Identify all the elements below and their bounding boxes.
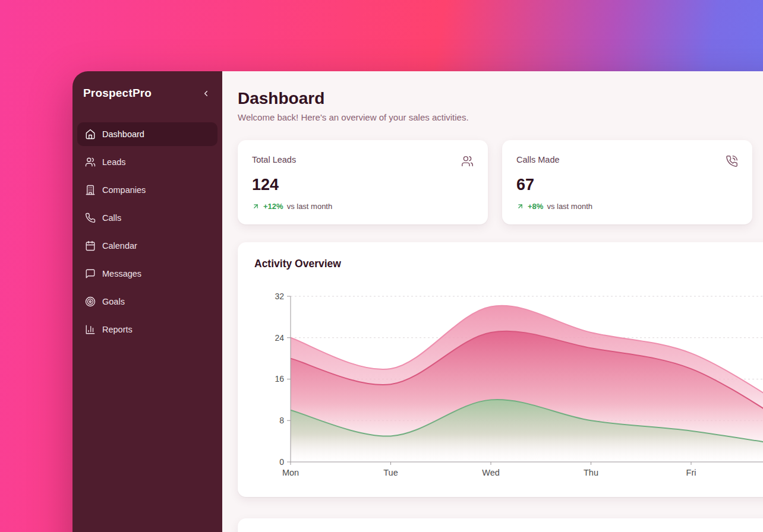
sidebar: ProspectPro DashboardLeadsCompaniesCalls… [72, 71, 222, 532]
activity-overview-card: Activity Overview 08162432MonTueWedThuFr… [238, 242, 763, 497]
page-title: Dashboard [238, 89, 763, 108]
sidebar-collapse-button[interactable] [200, 88, 212, 99]
app-window: ProspectPro DashboardLeadsCompaniesCalls… [72, 71, 763, 532]
x-tick-label: Fri [686, 468, 696, 477]
stat-card-total-leads: Total Leads124+12%vs last month [238, 140, 488, 224]
y-tick-label: 16 [275, 375, 284, 384]
trend-suffix: vs last month [547, 202, 592, 211]
stats-row: Total Leads124+12%vs last monthCalls Mad… [238, 140, 763, 224]
sidebar-item-calendar[interactable]: Calendar [77, 234, 217, 258]
chart-title: Activity Overview [254, 258, 763, 270]
sidebar-item-calls[interactable]: Calls [77, 206, 217, 230]
sidebar-item-companies[interactable]: Companies [77, 178, 217, 202]
target-icon [85, 296, 96, 307]
y-tick-label: 32 [275, 292, 284, 301]
sidebar-nav: DashboardLeadsCompaniesCallsCalendarMess… [77, 122, 217, 341]
building-icon [85, 185, 96, 195]
trend-suffix: vs last month [287, 202, 333, 211]
phone-call-icon [726, 155, 738, 167]
home-icon [85, 129, 96, 140]
y-tick-label: 8 [279, 416, 284, 425]
phone-icon [85, 213, 96, 223]
stat-value: 67 [516, 176, 738, 194]
sidebar-item-label: Companies [102, 185, 146, 195]
sidebar-item-label: Dashboard [102, 129, 144, 139]
page-subtitle: Welcome back! Here's an overview of your… [238, 112, 763, 122]
x-tick-label: Tue [383, 468, 398, 477]
stat-card-header: Total Leads [252, 155, 474, 170]
sidebar-item-label: Goals [102, 297, 125, 306]
sidebar-item-leads[interactable]: Leads [77, 150, 217, 174]
message-square-icon [85, 268, 96, 279]
trend-up-icon [252, 202, 260, 210]
sidebar-item-label: Messages [102, 269, 141, 278]
sidebar-item-dashboard[interactable]: Dashboard [77, 122, 217, 146]
partial-bottom-card [238, 518, 763, 532]
users-icon [85, 157, 96, 167]
stat-trend: +8%vs last month [516, 202, 738, 211]
sidebar-item-reports[interactable]: Reports [77, 318, 217, 341]
bar-chart-icon [85, 324, 96, 335]
users-icon [461, 155, 474, 167]
stat-icon-holder [461, 155, 474, 170]
sidebar-item-goals[interactable]: Goals [77, 290, 217, 314]
x-tick-label: Wed [482, 468, 500, 477]
stat-value: 124 [252, 176, 474, 194]
sidebar-header: ProspectPro [77, 87, 217, 100]
trend-change: +12% [263, 202, 283, 211]
sidebar-item-label: Calls [102, 213, 121, 223]
sidebar-item-label: Reports [102, 325, 133, 334]
main-content: Dashboard Welcome back! Here's an overvi… [222, 71, 763, 532]
trend-change: +8% [528, 202, 543, 211]
chevron-left-icon [201, 89, 210, 98]
sidebar-item-messages[interactable]: Messages [77, 262, 217, 286]
stat-icon-holder [726, 155, 738, 170]
sidebar-item-label: Calendar [102, 241, 137, 251]
stat-label: Calls Made [516, 155, 560, 164]
brand-logo: ProspectPro [83, 87, 152, 100]
activity-area-chart: 08162432MonTueWedThuFriSat [254, 284, 763, 492]
stat-trend: +12%vs last month [252, 202, 474, 211]
activity-chart: 08162432MonTueWedThuFriSat [254, 284, 763, 495]
x-tick-label: Mon [282, 468, 299, 477]
y-tick-label: 24 [275, 333, 284, 343]
y-tick-label: 0 [279, 457, 284, 467]
stat-card-header: Calls Made [516, 155, 738, 170]
calendar-icon [85, 240, 96, 251]
stat-card-calls-made: Calls Made67+8%vs last month [502, 140, 752, 224]
sidebar-item-label: Leads [102, 157, 126, 167]
trend-up-icon [516, 202, 524, 210]
x-tick-label: Thu [584, 468, 598, 477]
stat-label: Total Leads [252, 155, 296, 164]
